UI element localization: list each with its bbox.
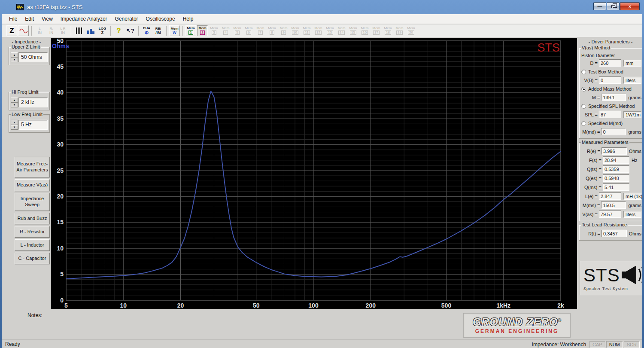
window-title: as r12FA tsp.tzz - STS: [27, 4, 82, 10]
rub-and-buzz-button[interactable]: Rub and Buzz: [15, 213, 50, 224]
parameter-row: F(s) =28.94Hz: [580, 156, 641, 164]
parameter-value-field[interactable]: 79.57: [599, 211, 621, 218]
parameter-unit: 1W/1m: [623, 111, 641, 118]
mem-15-button: Mem15: [348, 25, 358, 36]
restore-icon: [611, 5, 615, 8]
parameter-row: M =139.1grams: [580, 93, 641, 101]
phase-button[interactable]: PHAΦ: [141, 25, 152, 36]
radio-label: Specified SPL Method: [588, 104, 635, 109]
radio-icon[interactable]: [581, 87, 586, 92]
menu-file[interactable]: File: [5, 15, 21, 23]
svg-text:Ohms: Ohms: [52, 43, 69, 49]
menu-help[interactable]: Help: [179, 15, 197, 23]
c-capacitor-button[interactable]: C - Capacitor: [15, 253, 50, 264]
test-lead-resistance-group: Test Lead Resistance R(t) =0.3457Ohms: [579, 225, 642, 241]
upper-z-field[interactable]: 50 Ohms: [18, 52, 48, 62]
left-right-in-button: L RIN: [58, 25, 68, 36]
menu-generator[interactable]: Generator: [111, 15, 142, 23]
impedance-panel: - Impedance - Upper Z Limit ▲ ▼ 50 Ohms …: [2, 37, 51, 348]
radio-icon[interactable]: [581, 121, 586, 126]
impedance-sweep-button[interactable]: Impedance Sweep: [15, 193, 50, 211]
mem-2-button[interactable]: Mem2: [197, 25, 208, 36]
specified-spl-method-radio[interactable]: Specified SPL Method: [581, 102, 641, 110]
parameter-row: V(as) =79.57liters: [580, 210, 641, 218]
parameter-label: D =: [580, 61, 599, 66]
spin-up-icon[interactable]: ▲: [11, 52, 18, 58]
hi-freq-field[interactable]: 2 kHz: [18, 98, 48, 107]
piano-bars-button[interactable]: [74, 25, 85, 36]
mem-w-button[interactable]: MemW: [169, 25, 180, 36]
specified-m-md-radio[interactable]: Specified M(md): [581, 119, 641, 127]
low-freq-field[interactable]: 5 Hz: [18, 120, 48, 130]
low-freq-spinner[interactable]: ▲ ▼: [11, 120, 18, 130]
spin-down-icon[interactable]: ▼: [11, 58, 18, 63]
mem-1-button[interactable]: Mem1: [185, 25, 196, 36]
vas-method-items: Piston DiameterD =260mmTest Box MethodV(…: [580, 53, 641, 136]
mem-12-button: Mem12: [313, 25, 324, 36]
impedance-panel-header: - Impedance -: [2, 39, 51, 44]
toolbar-separator: [71, 26, 71, 36]
impedance-z-button[interactable]: Z: [6, 25, 17, 36]
svg-text:35: 35: [57, 115, 64, 122]
svg-text:20: 20: [57, 193, 64, 200]
parameter-value-field[interactable]: 150.5: [601, 201, 626, 209]
parameter-row: R(t) =0.3457Ohms: [580, 229, 641, 238]
parameter-value-field[interactable]: 139.1: [601, 94, 626, 101]
upper-z-spinner[interactable]: ▲ ▼: [11, 52, 18, 62]
context-help-button[interactable]: ↖?: [125, 25, 136, 36]
parameter-value-field[interactable]: 0.5359: [603, 165, 629, 173]
radio-icon[interactable]: [581, 104, 586, 109]
help-button[interactable]: ?: [113, 25, 124, 36]
hi-freq-spinner[interactable]: ▲ ▼: [11, 98, 18, 107]
parameter-value-field[interactable]: 3.996: [601, 147, 627, 155]
parameter-label: L(e) =: [580, 194, 599, 199]
parameter-value-field[interactable]: 28.94: [603, 156, 629, 164]
status-ready: Ready: [5, 341, 20, 347]
parameter-row: Q(ts) =0.5359: [580, 165, 641, 173]
sts-logo-subtitle: Speaker Test System: [583, 287, 642, 291]
menu-oscilloscope[interactable]: Oscilloscope: [142, 15, 179, 23]
measure-free-air-parameters-button[interactable]: Measure Free-Air Parameters: [15, 157, 50, 177]
sts-logo-text: STS: [583, 265, 620, 286]
svg-text:20: 20: [177, 302, 184, 309]
parameter-value-field[interactable]: 260: [599, 59, 621, 67]
parameter-value-field[interactable]: 87: [599, 111, 621, 118]
log-z-button[interactable]: LOGZ: [97, 25, 108, 36]
parameter-label: Q(es) =: [580, 176, 603, 181]
spin-down-icon[interactable]: ▼: [11, 125, 18, 130]
svg-text:5: 5: [64, 302, 68, 309]
r-resistor-button[interactable]: R - Resistor: [15, 226, 50, 238]
histogram-button[interactable]: [85, 25, 96, 36]
svg-text:STS: STS: [537, 41, 560, 54]
menu-view[interactable]: View: [38, 15, 57, 23]
parameter-value-field[interactable]: 0: [599, 76, 621, 84]
measured-parameters-rows: R(e) =3.996OhmsF(s) =28.94HzQ(ts) =0.535…: [580, 147, 641, 218]
test-box-method-radio[interactable]: Test Box Method: [581, 68, 641, 76]
parameter-unit: liters: [623, 77, 641, 84]
added-mass-method-radio[interactable]: Added Mass Method: [581, 85, 641, 93]
menu-impedance-analyzer[interactable]: Impedance Analyzer: [57, 15, 111, 23]
parameter-value-field[interactable]: 0.5948: [603, 174, 629, 182]
l-inductor-button[interactable]: L - Inductor: [15, 239, 50, 251]
svg-text:100: 100: [308, 302, 319, 309]
menu-edit[interactable]: Edit: [21, 15, 38, 23]
spin-down-icon[interactable]: ▼: [11, 103, 18, 108]
minimize-button[interactable]: —: [593, 2, 606, 10]
parameter-value-field[interactable]: 5.41: [603, 183, 629, 191]
radio-icon[interactable]: [581, 70, 586, 74]
parameter-unit: mm: [623, 60, 641, 67]
parameter-value-field[interactable]: 2.847: [599, 192, 621, 200]
parameter-value-field[interactable]: 0.3457: [601, 230, 627, 237]
spin-up-icon[interactable]: ▲: [11, 98, 18, 103]
real-imaginary-button[interactable]: RE//IM: [153, 25, 164, 36]
measure-v-as-button[interactable]: Measure V(as): [15, 179, 50, 191]
svg-text:0: 0: [60, 297, 64, 304]
measured-parameters-label: Measured Parameters: [581, 140, 629, 145]
radio-label: Test Box Method: [588, 69, 623, 74]
sine-generator-button[interactable]: [18, 25, 29, 36]
spin-up-icon[interactable]: ▲: [11, 120, 18, 125]
parameter-value-field[interactable]: 0: [601, 128, 626, 135]
close-button[interactable]: ×: [620, 2, 640, 10]
restore-button[interactable]: [607, 2, 620, 10]
toolbar: ZLINR:INL RINLOGZ?↖?PHAΦRE//IMMemWMem1Me…: [2, 24, 642, 37]
